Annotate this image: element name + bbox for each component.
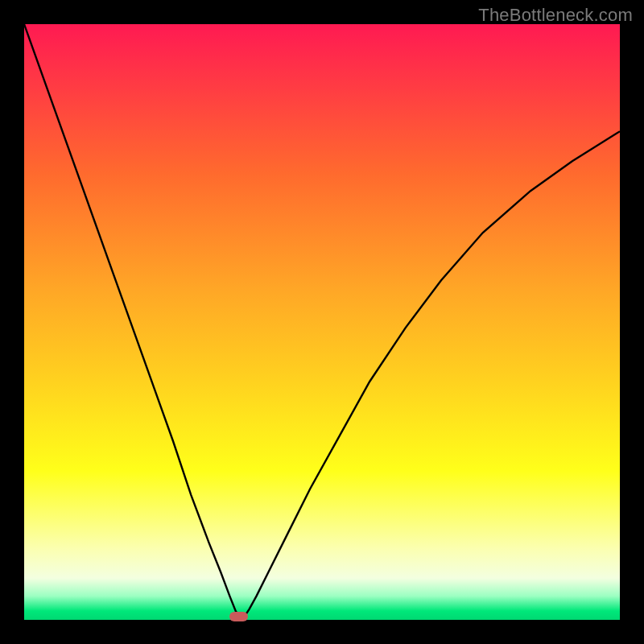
plot-area	[24, 24, 620, 620]
optimum-marker	[229, 612, 249, 621]
chart-frame: TheBottleneck.com	[0, 0, 644, 644]
curve-path	[24, 24, 620, 617]
bottleneck-curve	[24, 24, 620, 620]
watermark-text: TheBottleneck.com	[478, 5, 633, 26]
